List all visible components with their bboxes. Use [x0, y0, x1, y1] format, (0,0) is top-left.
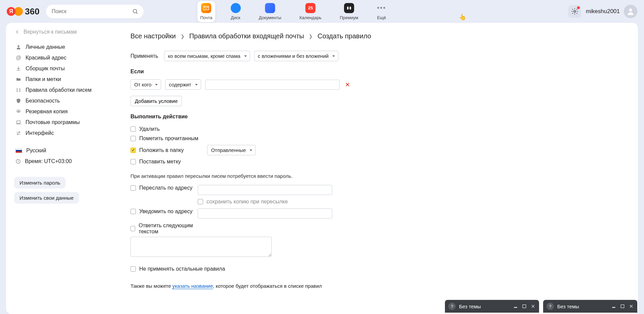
sidebar-item-folders[interactable]: Папки и метки [14, 74, 113, 85]
sidebar-item-label: Интерфейс [26, 130, 54, 136]
mark-read-checkbox[interactable] [130, 136, 136, 141]
close-icon[interactable] [530, 304, 536, 309]
action-title: Выполнить действие [130, 114, 624, 120]
at-icon: @ [15, 55, 22, 61]
minimize-icon[interactable] [513, 304, 518, 309]
compose-minimized-1[interactable]: ? Без темы [445, 300, 539, 313]
name-note-post: , которое будет отображаться в списке пр… [213, 283, 322, 289]
search-icon [132, 8, 138, 14]
app-disk[interactable]: Диск [228, 1, 243, 22]
calendar-icon: 25 [305, 3, 315, 13]
skip-others-label[interactable]: Не применять остальные правила [139, 266, 225, 272]
question-icon: ? [448, 303, 456, 310]
sidebar-item-security[interactable]: Безопасность [14, 95, 113, 106]
svg-point-8 [19, 132, 20, 133]
svg-point-5 [629, 8, 632, 11]
avatar-icon [626, 7, 635, 16]
keep-copy-checkbox[interactable] [198, 199, 203, 204]
condition-operator-select[interactable]: содержит [165, 79, 201, 90]
logo-text: 360 [25, 6, 39, 17]
app-docs[interactable]: Документы [256, 1, 284, 22]
language-label: Русский [26, 148, 46, 154]
sliders-icon [15, 130, 22, 136]
change-data-button[interactable]: Изменить свои данные [14, 192, 79, 204]
compose-minimized-2[interactable]: ? Без темы [543, 300, 637, 313]
move-folder-label[interactable]: Положить в папку [139, 147, 184, 153]
set-label-checkbox[interactable] [130, 159, 136, 164]
logo[interactable]: Я 360 [7, 6, 39, 17]
mark-read-label[interactable]: Пометить прочитанным [139, 135, 198, 142]
breadcrumb-all-settings[interactable]: Все настройки [130, 32, 176, 40]
apply-scope-select[interactable]: ко всем письмам, кроме спама [164, 51, 250, 61]
app-more[interactable]: ••• Ещё [374, 1, 389, 22]
avatar[interactable] [624, 5, 637, 18]
back-label: Вернуться к письмам [24, 29, 77, 35]
condition-field-select[interactable]: От кого [130, 79, 161, 90]
app-mail[interactable]: Почта [197, 1, 215, 22]
sidebar-item-label: Папки и метки [26, 76, 61, 82]
sidebar-item-personal[interactable]: Личные данные [14, 42, 113, 52]
app-premium[interactable]: Премиум [337, 1, 361, 22]
change-password-button[interactable]: Изменить пароль [14, 177, 66, 189]
more-icon: ••• [376, 3, 386, 13]
forward-address-input[interactable] [198, 185, 332, 195]
language-selector[interactable]: Русский [14, 145, 113, 156]
sidebar-item-backup[interactable]: Резервная копия [14, 106, 113, 117]
gear-icon [571, 8, 578, 15]
condition-value-input[interactable] [205, 80, 340, 90]
breadcrumb-rules[interactable]: Правила обработки входящей почты [189, 32, 304, 40]
forward-checkbox[interactable] [130, 185, 136, 191]
compose-title: Без темы [557, 304, 608, 309]
skip-others-checkbox[interactable] [130, 266, 136, 272]
notify-checkbox[interactable] [130, 209, 136, 214]
sidebar-item-programs[interactable]: Почтовые программы [14, 117, 113, 128]
apply-attachments-select[interactable]: с вложениями и без вложений [254, 51, 339, 61]
app-calendar[interactable]: 25 Календарь [297, 1, 325, 22]
sidebar-item-label: Красивый адрес [26, 55, 66, 61]
timezone-label: Время: UTC+03:00 [25, 158, 72, 164]
search-input[interactable] [51, 8, 132, 14]
folder-icon [15, 76, 22, 82]
sidebar: Вернуться к письмам Личные данные @ Крас… [6, 23, 117, 314]
settings-button[interactable] [568, 5, 581, 18]
close-icon[interactable] [629, 304, 634, 309]
reply-label[interactable]: Ответить следующим текстом [139, 223, 204, 235]
sidebar-item-address[interactable]: @ Красивый адрес [14, 52, 113, 63]
svg-point-9 [17, 133, 18, 134]
set-label-label[interactable]: Поставить метку [139, 159, 181, 165]
forward-label[interactable]: Переслать по адресу [139, 185, 192, 191]
sidebar-item-interface[interactable]: Интерфейс [14, 128, 113, 139]
move-folder-checkbox[interactable] [130, 148, 136, 153]
specify-name-link[interactable]: указать название [172, 283, 213, 289]
main-content: Все настройки ❯ Правила обработки входящ… [117, 23, 638, 314]
maximize-icon[interactable] [620, 304, 625, 309]
timezone-selector[interactable]: Время: UTC+03:00 [14, 156, 113, 167]
svg-rect-12 [523, 305, 526, 308]
sidebar-item-rules[interactable]: Правила обработки писем [14, 85, 113, 95]
delete-label[interactable]: Удалить [139, 126, 160, 132]
search-box[interactable] [46, 5, 144, 18]
logo-ya-icon: Я [7, 7, 15, 16]
compose-taskbar: ? Без темы ? Без темы [445, 300, 637, 313]
username[interactable]: mikeshu2001 [586, 8, 620, 15]
delete-checkbox[interactable] [130, 126, 136, 132]
keep-copy-label[interactable]: сохранить копию при пересылке [206, 199, 288, 205]
back-to-mail[interactable]: Вернуться к письмам [14, 29, 113, 35]
folder-select[interactable]: Отправленные [207, 145, 256, 155]
reply-text-input[interactable] [130, 237, 272, 257]
app-premium-label: Премиум [340, 15, 358, 20]
remove-condition-button[interactable]: ✕ [344, 81, 351, 88]
svg-point-0 [133, 9, 137, 13]
reply-checkbox[interactable] [130, 226, 135, 231]
maximize-icon[interactable] [522, 304, 527, 309]
svg-rect-2 [347, 6, 349, 9]
sidebar-item-collector[interactable]: Сборщик почты [14, 63, 113, 74]
notify-address-input[interactable] [198, 208, 332, 219]
svg-rect-13 [612, 307, 615, 308]
notify-label[interactable]: Уведомить по адресу [139, 208, 192, 214]
arrow-left-icon [14, 29, 20, 35]
sidebar-item-label: Резервная копия [26, 109, 68, 115]
minimize-icon[interactable] [611, 304, 616, 309]
add-condition-button[interactable]: Добавить условие [130, 96, 182, 106]
name-note-pre: Также вы можете [130, 283, 172, 289]
